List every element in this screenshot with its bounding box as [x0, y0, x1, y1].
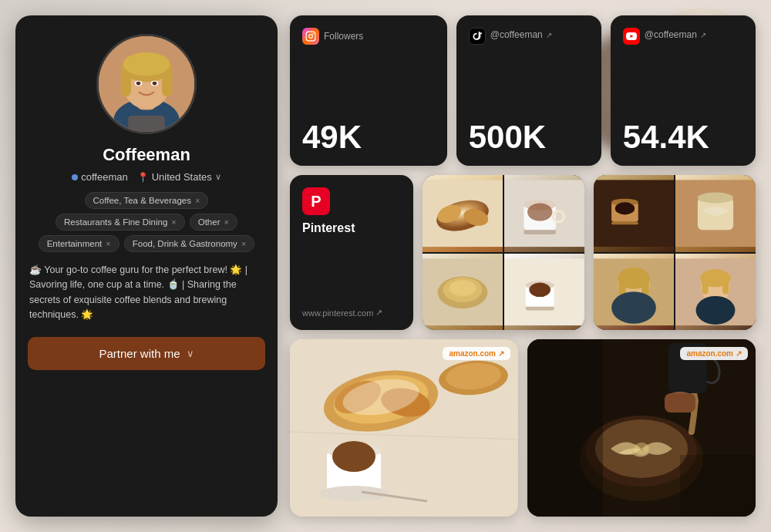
partner-btn-label: Partner with me — [99, 347, 180, 360]
svg-point-73 — [634, 443, 649, 455]
tiktok-external-icon[interactable]: ↗ — [546, 31, 552, 39]
svg-rect-39 — [611, 222, 638, 224]
tag-gastronomy-label: Food, Drink & Gastronomy — [133, 239, 237, 248]
avatar-image — [99, 36, 194, 132]
pinterest-url: www.pinterest.com ↗ — [302, 308, 401, 318]
tiktok-card: @coffeeman ↗ 500K — [456, 15, 601, 166]
svg-point-11 — [153, 82, 157, 86]
amazon-badge-2: amazon.com ↗ — [680, 347, 748, 360]
svg-point-38 — [615, 202, 635, 214]
svg-point-65 — [332, 441, 375, 472]
pinterest-name: Pinterest — [302, 221, 401, 235]
pinterest-card: P Pinterest www.pinterest.com ↗ — [290, 175, 413, 330]
stats-row: Followers 49K @coffeeman ↗ — [290, 15, 756, 166]
tag-entertainment: Entertainment × — [39, 235, 120, 252]
username-item: coffeeman — [72, 171, 127, 183]
tag-gastronomy-remove[interactable]: × — [241, 239, 246, 248]
tag-gastronomy: Food, Drink & Gastronomy × — [124, 235, 255, 252]
tiktok-header: @coffeeman ↗ — [469, 28, 589, 45]
youtube-handle: @coffeeman ↗ — [645, 29, 706, 40]
croissant-coffee-bg — [290, 339, 518, 517]
svg-point-14 — [309, 35, 313, 39]
amazon-external-icon-2[interactable]: ↗ — [736, 349, 742, 358]
profile-card: Coffeeman coffeeman 📍 United States ∨ Co… — [15, 15, 278, 517]
media-cell-6 — [675, 175, 756, 252]
youtube-media-grid — [594, 175, 756, 330]
amazon-badge-1: amazon.com ↗ — [443, 347, 510, 360]
tiktok-icon — [469, 28, 486, 45]
tag-entertainment-remove[interactable]: × — [106, 239, 110, 248]
youtube-header: @coffeeman ↗ — [623, 28, 743, 45]
username-text: coffeeman — [81, 171, 127, 183]
svg-point-10 — [136, 82, 141, 86]
tag-other-label: Other — [198, 217, 221, 227]
media-cell-2 — [504, 175, 584, 252]
media-cell-1 — [423, 175, 503, 252]
profile-name: Coffeeman — [103, 145, 190, 165]
instagram-label: Followers — [324, 31, 363, 42]
tag-coffee: Coffee, Tea & Beverages × — [85, 192, 209, 209]
partner-chevron-icon: ∨ — [187, 348, 194, 359]
svg-rect-13 — [306, 32, 315, 41]
svg-rect-52 — [702, 278, 709, 294]
content-row: P Pinterest www.pinterest.com ↗ — [290, 175, 756, 330]
svg-point-48 — [611, 291, 656, 324]
svg-rect-76 — [665, 393, 695, 412]
instagram-count: 49K — [302, 109, 435, 153]
amazon-external-icon-1[interactable]: ↗ — [498, 349, 504, 358]
tag-restaurants: Restaurants & Fine Dining × — [56, 214, 185, 231]
tag-entertainment-label: Entertainment — [47, 239, 103, 248]
amazon-badge-1-text: amazon.com — [449, 349, 496, 358]
youtube-card: @coffeeman ↗ 54.4K — [611, 15, 756, 166]
media-cell-3 — [423, 254, 503, 331]
tags-container: Coffee, Tea & Beverages × Restaurants & … — [15, 192, 278, 252]
tiktok-handle: @coffeeman ↗ — [490, 29, 552, 40]
media-cell-4 — [504, 254, 584, 331]
svg-point-7 — [123, 52, 170, 76]
coffee-pour-card: amazon.com ↗ — [527, 339, 756, 517]
youtube-count: 54.4K — [623, 109, 743, 153]
svg-point-33 — [529, 282, 550, 296]
svg-point-15 — [312, 33, 314, 35]
pinterest-external-icon[interactable]: ↗ — [375, 308, 382, 318]
coffee-pour-bg — [527, 339, 756, 517]
croissant-coffee-card: amazon.com ↗ — [290, 339, 518, 517]
tag-restaurants-remove[interactable]: × — [171, 217, 176, 227]
country-text: United States — [152, 171, 212, 183]
right-side: Followers 49K @coffeeman ↗ — [290, 15, 756, 517]
tag-coffee-remove[interactable]: × — [195, 196, 200, 205]
instagram-icon — [302, 28, 319, 45]
media-cell-8 — [675, 254, 756, 331]
avatar — [96, 34, 197, 134]
profile-meta: coffeeman 📍 United States ∨ — [72, 171, 221, 183]
youtube-icon — [623, 28, 640, 45]
tiktok-count: 500K — [469, 109, 589, 153]
tag-coffee-label: Coffee, Tea & Beverages — [93, 196, 191, 205]
svg-rect-25 — [524, 230, 556, 234]
svg-rect-34 — [526, 306, 554, 310]
tiktok-media-grid — [423, 175, 584, 330]
svg-point-23 — [527, 203, 552, 221]
location-pin-icon: 📍 — [137, 172, 149, 183]
svg-point-42 — [698, 193, 733, 204]
svg-point-29 — [449, 280, 476, 296]
instagram-header: Followers — [302, 28, 435, 45]
tag-restaurants-label: Restaurants & Fine Dining — [64, 217, 167, 227]
media-cell-7 — [594, 254, 674, 331]
partner-button[interactable]: Partner with me ∨ — [28, 337, 265, 370]
amazon-badge-2-text: amazon.com — [686, 349, 733, 358]
tag-other-remove[interactable]: × — [224, 217, 229, 227]
svg-rect-12 — [128, 116, 165, 132]
country-chevron-icon[interactable]: ∨ — [215, 172, 221, 182]
tag-other: Other × — [190, 214, 237, 231]
svg-point-54 — [696, 295, 736, 324]
pinterest-icon: P — [302, 187, 330, 215]
instagram-card: Followers 49K — [290, 15, 447, 166]
bottom-row: amazon.com ↗ — [290, 339, 756, 517]
media-cell-5 — [594, 175, 674, 252]
profile-bio: ☕ Your go-to coffee guru for the perfect… — [15, 263, 278, 323]
main-container: Coffeeman coffeeman 📍 United States ∨ Co… — [0, 0, 771, 532]
youtube-external-icon[interactable]: ↗ — [700, 31, 706, 39]
username-dot — [72, 174, 78, 180]
svg-rect-53 — [722, 278, 729, 294]
